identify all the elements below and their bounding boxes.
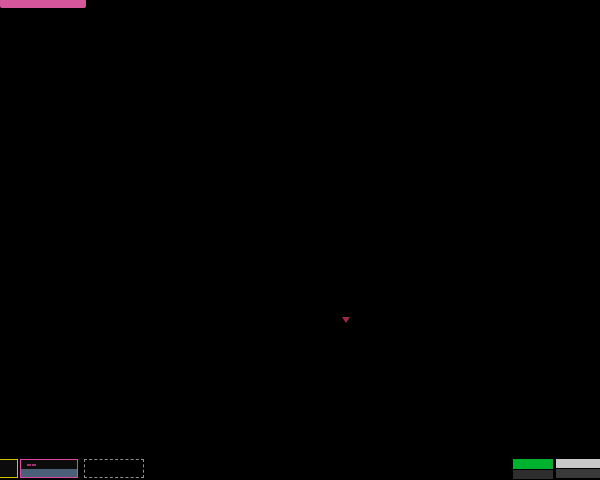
c2-vdiv-value [21,469,77,477]
time-axis [0,320,600,333]
timebase-value [556,469,600,478]
oscilloscope-screen [0,0,600,480]
measure-histicons[interactable] [0,433,600,458]
undo-autosetup-button[interactable] [0,0,86,8]
c2-coupling-tag [32,464,36,466]
hd-bits-label [513,470,553,479]
add-trace-button[interactable] [84,459,144,478]
timebase-descriptor[interactable] [556,459,600,478]
channel-c2-descriptor[interactable] [20,459,78,478]
channel-c1-descriptor[interactable] [0,459,18,478]
hd-mode-badge[interactable] [513,459,553,469]
c1-vdiv-value [0,469,17,470]
c2-esp-tag [27,464,31,466]
timebase-label [556,459,600,468]
waveform-grid [0,0,600,332]
descriptor-bar [0,458,600,480]
